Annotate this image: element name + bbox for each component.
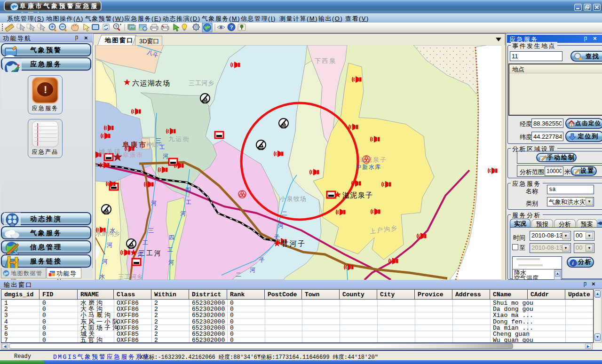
svg-text:甘河子: 甘河子	[281, 239, 305, 247]
svg-text:中新水库: 中新水库	[356, 164, 380, 170]
svg-text:三: 三	[148, 227, 154, 234]
svg-text:子: 子	[274, 234, 280, 240]
svg-text:二: 二	[282, 210, 287, 217]
svg-text:水磨沟乡: 水磨沟乡	[95, 230, 120, 237]
svg-text:?: ?	[230, 24, 233, 30]
svg-text:河: 河	[107, 242, 112, 248]
svg-text:河: 河	[163, 153, 168, 159]
svg-text:三工河乡: 三工河乡	[118, 273, 143, 280]
svg-text:水: 水	[110, 227, 115, 234]
svg-text:三工河乡: 三工河乡	[189, 79, 214, 87]
svg-text:三: 三	[156, 137, 161, 144]
svg-text:下西泉: 下西泉	[315, 57, 335, 64]
svg-text:河: 河	[168, 259, 174, 266]
svg-text:四: 四	[169, 234, 174, 241]
svg-text:河: 河	[102, 258, 108, 265]
svg-text:四: 四	[185, 187, 191, 193]
svg-text:阜康市: 阜康市	[122, 141, 146, 149]
svg-text:?: ?	[115, 24, 118, 29]
svg-text:i: i	[572, 260, 574, 266]
svg-text:六运湖农场: 六运湖农场	[132, 79, 170, 87]
svg-text:子: 子	[259, 257, 265, 263]
svg-text:河: 河	[278, 222, 284, 229]
svg-text:工: 工	[143, 239, 148, 246]
svg-text:滋泥泉子: 滋泥泉子	[342, 191, 372, 199]
svg-text:河: 河	[180, 210, 186, 217]
svg-text:水: 水	[99, 273, 105, 280]
svg-text:城关镇: 城关镇	[99, 148, 120, 155]
svg-text:阜康市: 阜康市	[123, 151, 143, 158]
svg-text:九运街: 九运街	[168, 135, 189, 142]
svg-text:河: 河	[151, 200, 157, 206]
svg-text:工: 工	[159, 144, 165, 150]
svg-text:河: 河	[137, 251, 143, 258]
svg-text:二: 二	[236, 271, 241, 278]
svg-text:工: 工	[186, 199, 191, 206]
svg-text:工: 工	[167, 246, 173, 253]
svg-text:河: 河	[250, 267, 255, 273]
